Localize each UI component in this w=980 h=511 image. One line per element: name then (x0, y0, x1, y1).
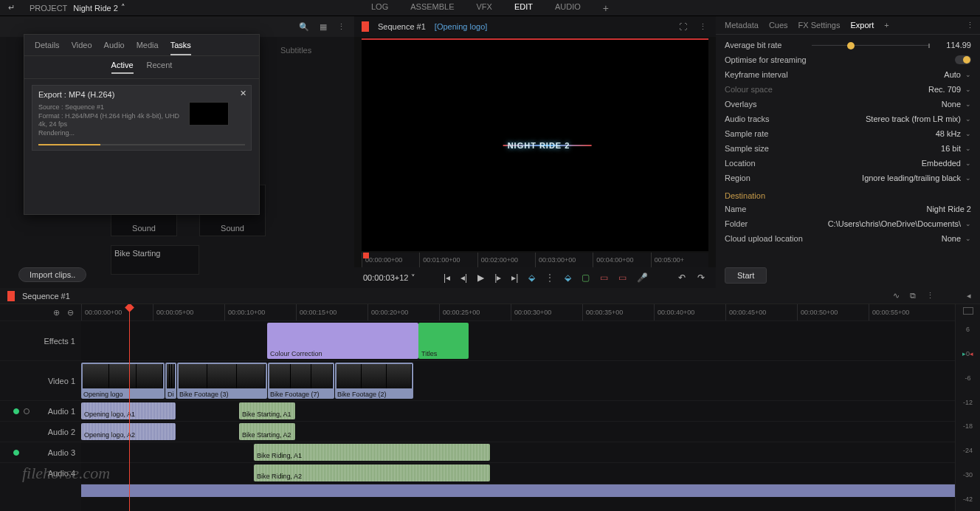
goto-end-button[interactable]: ▸| (509, 272, 520, 283)
rp-tab-cues[interactable]: Cues (769, 21, 788, 30)
panel-more-icon[interactable]: ⋮ (966, 21, 974, 30)
export-row-overlays[interactable]: OverlaysNone ⌄ (725, 97, 971, 112)
video-clip[interactable]: Opening logo (81, 363, 165, 399)
fullscreen-icon[interactable]: ⛶ (677, 22, 689, 31)
audio-clip[interactable]: Bike Riding, A1 (254, 444, 490, 461)
popup-tab-video[interactable]: Video (72, 41, 92, 55)
track-label-audio1[interactable]: Audio 1 (0, 400, 81, 421)
viewer-sequence-name[interactable]: Sequence #1 (378, 22, 426, 31)
fx-clip[interactable]: Colour Correction (267, 323, 418, 359)
dest-row-name[interactable]: NameNight Ride 2 (725, 202, 971, 216)
master-audio-clip[interactable] (81, 484, 980, 497)
viewer-ruler[interactable]: 00:00:00+0000:01:00+0000:02:00+0000:03:0… (362, 253, 708, 267)
bike-starting-clip[interactable]: Bike Starting (111, 245, 199, 275)
top-tab-edit[interactable]: EDIT (514, 0, 533, 17)
timeline-playhead[interactable] (129, 304, 130, 511)
track-label-audio2[interactable]: Audio 2 (0, 421, 81, 442)
audio-clip[interactable]: Bike Starting, A1 (239, 402, 295, 419)
viewer-more-icon[interactable]: ⋮ (697, 22, 708, 32)
more-icon[interactable]: ⋮ (336, 22, 347, 32)
add-tab-button[interactable]: + (603, 0, 609, 17)
undo-button[interactable]: ↶ (676, 272, 688, 283)
range-button-2[interactable]: ▭ (616, 272, 629, 283)
meter-toggle-button[interactable] (963, 307, 973, 315)
bitrate-slider-thumb[interactable] (847, 42, 855, 49)
voiceover-icon[interactable]: 🎤 (635, 272, 650, 283)
top-tab-audio[interactable]: AUDIO (555, 0, 581, 17)
popup-tab-media[interactable]: Media (137, 41, 159, 55)
viewer-playhead-icon[interactable] (363, 253, 369, 258)
top-tab-log[interactable]: LOG (371, 0, 388, 17)
video-clip[interactable]: Di (165, 363, 176, 399)
export-start-button[interactable]: Start (725, 267, 767, 284)
project-name-dropdown[interactable]: Night Ride 2 ˄ (73, 3, 125, 13)
popup-subtab-recent[interactable]: Recent (147, 61, 173, 74)
back-button[interactable]: ↵ (0, 3, 22, 13)
bitrate-slider[interactable] (812, 44, 930, 46)
audio-clip[interactable]: Opening logo, A2 (81, 423, 176, 440)
rp-tab-metadata[interactable]: Metadata (725, 21, 759, 30)
audio-clip[interactable]: Opening logo, A1 (81, 402, 176, 419)
track-solo-icon[interactable] (24, 408, 30, 414)
mark-in-button[interactable]: ⬙ (526, 272, 537, 283)
timeline-ruler[interactable]: 00:00:00+0000:00:05+0000:00:10+0000:00:1… (81, 304, 980, 320)
track-label-audio3[interactable]: Audio 3 (0, 442, 81, 462)
export-row-region[interactable]: RegionIgnore leading/trailing black ⌄ (725, 171, 971, 185)
close-icon[interactable]: ✕ (240, 89, 246, 98)
popup-subtab-active[interactable]: Active (111, 61, 134, 74)
fx-clip[interactable]: Titles (418, 323, 469, 359)
dest-row-folder[interactable]: FolderC:\Users\chris\OneDrive\Documents\… (725, 216, 971, 231)
export-row-audio-tracks[interactable]: Audio tracksStereo track (from LR mix) ⌄ (725, 112, 971, 126)
mark-out-button[interactable]: ⬙ (562, 272, 573, 283)
viewer-timecode[interactable]: 00:00:03+12˅ (363, 273, 415, 283)
viewer-canvas[interactable]: NIGHT RIDE 2 (362, 38, 708, 251)
popup-tab-audio[interactable]: Audio (104, 41, 125, 55)
dest-row-cloud-upload-location[interactable]: Cloud upload locationNone ⌄ (725, 231, 971, 246)
audio-clip[interactable]: Bike Riding, A2 (254, 464, 490, 481)
track-label-effects[interactable]: Effects 1 (0, 320, 81, 360)
redo-button[interactable]: ↷ (695, 272, 707, 283)
export-row-optimise-for-streaming[interactable]: Optimise for streaming (725, 52, 971, 67)
toggle-optimise-for-streaming[interactable] (955, 55, 971, 64)
bitrate-value[interactable]: 114.99 (936, 41, 971, 49)
rp-tab-export[interactable]: Export (850, 21, 874, 30)
marker-button[interactable]: ▢ (579, 272, 592, 283)
export-row-sample-size[interactable]: Sample size16 bit ⌄ (725, 141, 971, 156)
goto-start-button[interactable]: |◂ (441, 272, 452, 283)
waveform-icon[interactable]: ∿ (891, 291, 901, 301)
popup-tab-tasks[interactable]: Tasks (170, 41, 191, 55)
export-row-colour-space[interactable]: Colour spaceRec. 709 ⌄ (725, 82, 971, 97)
track-enable-icon[interactable] (13, 408, 19, 414)
export-row-keyframe-interval[interactable]: Keyframe intervalAuto ⌄ (725, 67, 971, 82)
popup-tab-details[interactable]: Details (35, 41, 60, 55)
timeline-sequence-name[interactable]: Sequence #1 (22, 292, 70, 301)
viewer-clip-name[interactable]: [Opening logo] (435, 22, 488, 31)
timeline-bookmark-icon[interactable] (7, 291, 15, 301)
video-clip[interactable]: Bike Footage (3) (177, 363, 267, 399)
zoom-in-icon[interactable]: ⊕ (52, 308, 61, 318)
bookmark-flag-icon[interactable] (362, 21, 369, 32)
track-enable-icon-2[interactable] (13, 450, 19, 456)
top-tab-assemble[interactable]: ASSEMBLE (410, 0, 454, 17)
play-button[interactable]: ▶ (475, 272, 486, 283)
subtitles-tab-hidden[interactable]: Subtitles (280, 46, 311, 55)
export-task-card[interactable]: ✕ Export : MP4 (H.264) Source : Sequence… (32, 85, 252, 151)
timeline-more-icon[interactable]: ⋮ (925, 291, 936, 301)
export-row-sample-rate[interactable]: Sample rate48 kHz ⌄ (725, 126, 971, 141)
track-label-video[interactable]: Video 1 (0, 360, 81, 400)
rp-tab-fx-settings[interactable]: FX Settings (798, 21, 841, 30)
collapse-right-icon[interactable]: ◂ (965, 291, 973, 301)
step-back-button[interactable]: ◂| (458, 272, 469, 283)
add-panel-tab-button[interactable]: + (884, 21, 888, 30)
audio-clip[interactable]: Bike Starting, A2 (239, 423, 295, 440)
video-clip[interactable]: Bike Footage (7) (268, 363, 334, 399)
video-clip[interactable]: Bike Footage (2) (335, 363, 413, 399)
duplicate-icon[interactable]: ⧉ (908, 291, 917, 301)
grid-view-icon[interactable]: ▦ (318, 22, 328, 32)
step-forward-button[interactable]: |▸ (492, 272, 503, 283)
zoom-out-icon[interactable]: ⊖ (66, 308, 75, 318)
import-clips-button[interactable]: Import clips.. (18, 267, 86, 282)
top-tab-vfx[interactable]: VFX (477, 0, 492, 17)
range-button-1[interactable]: ▭ (598, 272, 610, 283)
export-row-location[interactable]: LocationEmbedded ⌄ (725, 156, 971, 171)
